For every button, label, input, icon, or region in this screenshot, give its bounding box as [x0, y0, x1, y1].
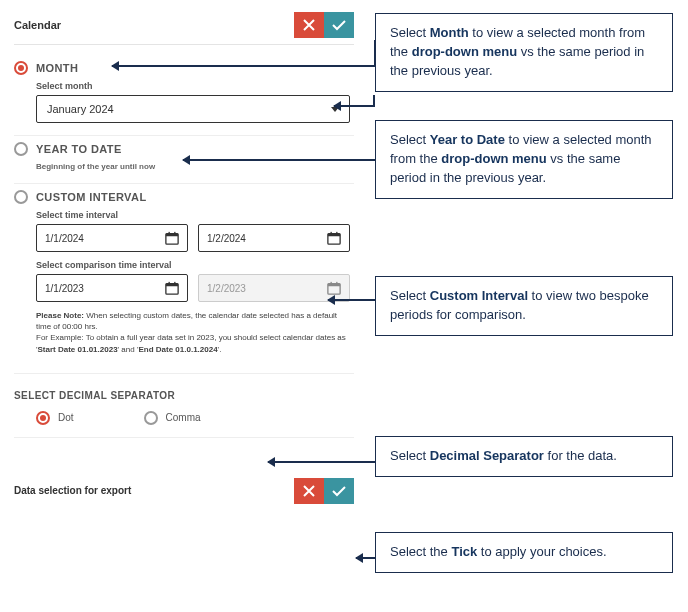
ytd-label: YEAR TO DATE [36, 143, 122, 155]
svg-rect-6 [331, 232, 332, 235]
separator-title: SELECT DECIMAL SEPARATOR [14, 390, 354, 401]
custom-note: Please Note: When selecting custom dates… [36, 310, 350, 355]
footer: Data selection for export [14, 438, 354, 504]
interval-row: 1/1/2024 1/2/2024 [36, 224, 350, 252]
custom-radio-row[interactable]: CUSTOM INTERVAL [14, 190, 354, 204]
arrow-icon [268, 461, 375, 463]
select-month-label: Select month [36, 81, 354, 91]
arrow-line [373, 95, 375, 107]
footer-actions [294, 478, 354, 504]
check-icon [332, 485, 346, 497]
interval-start-input[interactable]: 1/1/2024 [36, 224, 188, 252]
calendar-icon [165, 231, 179, 245]
month-dropdown[interactable]: January 2024 [36, 95, 350, 123]
svg-rect-3 [174, 232, 175, 235]
radio-icon [14, 190, 28, 204]
svg-rect-11 [174, 282, 175, 285]
comp-interval-row: 1/1/2023 1/2/2023 [36, 274, 350, 302]
month-radio-row[interactable]: MONTH [14, 61, 354, 75]
separator-dot-option[interactable]: Dot [36, 411, 74, 425]
calendar-icon [327, 231, 341, 245]
arrow-line [374, 40, 376, 67]
panel-header: Calendar [14, 12, 354, 45]
separator-section: SELECT DECIMAL SEPARATOR Dot Comma [14, 374, 354, 438]
svg-rect-15 [336, 282, 337, 285]
svg-rect-10 [169, 282, 170, 285]
footer-title: Data selection for export [14, 485, 131, 496]
svg-rect-7 [336, 232, 337, 235]
arrow-icon [183, 159, 375, 161]
svg-rect-1 [166, 234, 178, 237]
callout-ytd: Select Year to Date to view a selected m… [375, 120, 673, 199]
ytd-radio-row[interactable]: YEAR TO DATE [14, 142, 354, 156]
callout-custom: Select Custom Interval to view two bespo… [375, 276, 673, 336]
arrow-icon [112, 65, 375, 67]
svg-rect-2 [169, 232, 170, 235]
radio-icon [144, 411, 158, 425]
header-actions [294, 12, 354, 38]
callout-separator: Select Decimal Separator for the data. [375, 436, 673, 477]
calendar-icon [327, 281, 341, 295]
comma-label: Comma [166, 412, 201, 423]
callout-month: Select Month to view a selected month fr… [375, 13, 673, 92]
date-value: 1/1/2024 [45, 233, 84, 244]
ytd-note: Beginning of the year until now [36, 162, 354, 171]
custom-label: CUSTOM INTERVAL [36, 191, 147, 203]
dot-label: Dot [58, 412, 74, 423]
date-value: 1/2/2024 [207, 233, 246, 244]
svg-rect-14 [331, 282, 332, 285]
comp-interval-label: Select comparison time interval [36, 260, 354, 270]
svg-rect-9 [166, 284, 178, 287]
calendar-panel: Calendar MONTH Select month January 2024… [14, 12, 354, 504]
interval-end-input[interactable]: 1/2/2024 [198, 224, 350, 252]
svg-rect-13 [328, 284, 340, 287]
separator-comma-option[interactable]: Comma [144, 411, 201, 425]
month-value: January 2024 [47, 103, 114, 115]
month-label: MONTH [36, 62, 78, 74]
custom-section: CUSTOM INTERVAL Select time interval 1/1… [14, 184, 354, 367]
footer-cancel-button[interactable] [294, 478, 324, 504]
date-value: 1/2/2023 [207, 283, 246, 294]
radio-icon [36, 411, 50, 425]
callout-tick: Select the Tick to apply your choices. [375, 532, 673, 573]
radio-icon [14, 142, 28, 156]
confirm-button[interactable] [324, 12, 354, 38]
comp-start-input[interactable]: 1/1/2023 [36, 274, 188, 302]
svg-rect-5 [328, 234, 340, 237]
close-icon [303, 485, 315, 497]
arrow-icon [328, 299, 375, 301]
arrow-icon [356, 557, 375, 559]
footer-confirm-button[interactable] [324, 478, 354, 504]
check-icon [332, 19, 346, 31]
interval-label: Select time interval [36, 210, 354, 220]
calendar-icon [165, 281, 179, 295]
radio-icon [14, 61, 28, 75]
month-section: MONTH Select month January 2024 [14, 55, 354, 136]
cancel-button[interactable] [294, 12, 324, 38]
arrow-icon [334, 105, 374, 107]
panel-title: Calendar [14, 19, 61, 31]
close-icon [303, 19, 315, 31]
separator-options: Dot Comma [36, 411, 354, 425]
date-value: 1/1/2023 [45, 283, 84, 294]
